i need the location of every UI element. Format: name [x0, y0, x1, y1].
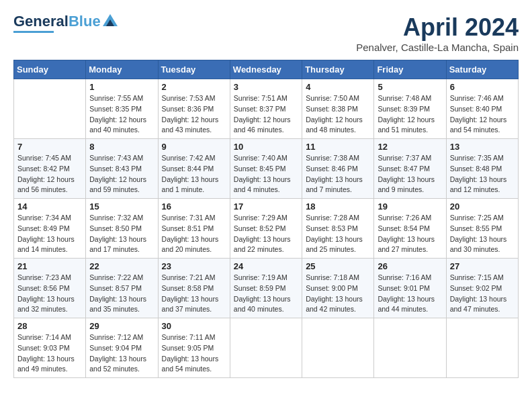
- day-info: Sunrise: 7:29 AMSunset: 8:52 PMDaylight:…: [234, 213, 298, 255]
- location-text: Penalver, Castille-La Mancha, Spain: [356, 42, 519, 53]
- logo-icon: [103, 14, 118, 26]
- calendar-cell: 9Sunrise: 7:42 AMSunset: 8:44 PMDaylight…: [158, 139, 230, 199]
- week-row-3: 14Sunrise: 7:34 AMSunset: 8:49 PMDayligh…: [14, 199, 519, 259]
- column-header-tuesday: Tuesday: [158, 60, 230, 79]
- day-number: 4: [306, 82, 370, 92]
- calendar-cell: 14Sunrise: 7:34 AMSunset: 8:49 PMDayligh…: [14, 199, 86, 259]
- day-number: 11: [306, 142, 370, 152]
- day-number: 3: [234, 82, 298, 92]
- day-number: 14: [17, 201, 82, 212]
- day-number: 1: [89, 82, 154, 92]
- day-info: Sunrise: 7:23 AMSunset: 8:56 PMDaylight:…: [17, 273, 82, 315]
- day-info: Sunrise: 7:28 AMSunset: 8:53 PMDaylight:…: [306, 213, 370, 255]
- day-number: 21: [17, 261, 82, 271]
- day-number: 6: [450, 82, 515, 92]
- day-number: 9: [162, 142, 226, 152]
- calendar-cell: 15Sunrise: 7:32 AMSunset: 8:50 PMDayligh…: [86, 199, 158, 259]
- calendar-cell: [14, 79, 86, 139]
- calendar-cell: 18Sunrise: 7:28 AMSunset: 8:53 PMDayligh…: [302, 199, 374, 259]
- day-info: Sunrise: 7:46 AMSunset: 8:40 PMDaylight:…: [450, 93, 515, 136]
- logo-general-text: General: [13, 13, 69, 30]
- day-info: Sunrise: 7:19 AMSunset: 8:59 PMDaylight:…: [234, 273, 298, 315]
- column-header-thursday: Thursday: [302, 60, 374, 79]
- day-info: Sunrise: 7:43 AMSunset: 8:43 PMDaylight:…: [89, 153, 154, 195]
- day-info: Sunrise: 7:31 AMSunset: 8:51 PMDaylight:…: [162, 213, 226, 255]
- column-header-monday: Monday: [86, 60, 158, 79]
- calendar-cell: 5Sunrise: 7:48 AMSunset: 8:39 PMDaylight…: [374, 79, 446, 139]
- day-number: 17: [234, 201, 298, 212]
- calendar-cell: 25Sunrise: 7:18 AMSunset: 9:00 PMDayligh…: [302, 259, 374, 318]
- day-info: Sunrise: 7:21 AMSunset: 8:58 PMDaylight:…: [162, 273, 226, 315]
- day-info: Sunrise: 7:45 AMSunset: 8:42 PMDaylight:…: [17, 153, 82, 195]
- day-info: Sunrise: 7:34 AMSunset: 8:49 PMDaylight:…: [17, 213, 82, 255]
- day-info: Sunrise: 7:18 AMSunset: 9:00 PMDaylight:…: [306, 273, 370, 315]
- day-info: Sunrise: 7:22 AMSunset: 8:57 PMDaylight:…: [89, 273, 154, 315]
- day-info: Sunrise: 7:53 AMSunset: 8:36 PMDaylight:…: [162, 93, 226, 136]
- calendar-cell: 12Sunrise: 7:37 AMSunset: 8:47 PMDayligh…: [374, 139, 446, 199]
- day-info: Sunrise: 7:32 AMSunset: 8:50 PMDaylight:…: [89, 213, 154, 255]
- day-info: Sunrise: 7:14 AMSunset: 9:03 PMDaylight:…: [17, 332, 82, 375]
- calendar-cell: [302, 318, 374, 378]
- day-number: 16: [162, 201, 226, 212]
- day-number: 22: [89, 261, 154, 271]
- day-number: 29: [89, 321, 154, 331]
- day-number: 24: [234, 261, 298, 271]
- day-info: Sunrise: 7:48 AMSunset: 8:39 PMDaylight:…: [378, 93, 442, 136]
- calendar-cell: 4Sunrise: 7:50 AMSunset: 8:38 PMDaylight…: [302, 79, 374, 139]
- calendar-cell: 23Sunrise: 7:21 AMSunset: 8:58 PMDayligh…: [158, 259, 230, 318]
- day-number: 26: [378, 261, 442, 271]
- day-info: Sunrise: 7:38 AMSunset: 8:46 PMDaylight:…: [306, 153, 370, 195]
- page-header: General Blue April 2024 Penalver, Castil…: [13, 13, 519, 53]
- calendar-cell: 26Sunrise: 7:16 AMSunset: 9:01 PMDayligh…: [374, 259, 446, 318]
- day-number: 13: [450, 142, 515, 152]
- logo-blue-text: Blue: [69, 13, 101, 30]
- day-info: Sunrise: 7:26 AMSunset: 8:54 PMDaylight:…: [378, 213, 442, 255]
- calendar-cell: 30Sunrise: 7:11 AMSunset: 9:05 PMDayligh…: [158, 318, 230, 378]
- column-header-saturday: Saturday: [446, 60, 518, 79]
- calendar-header-row: SundayMondayTuesdayWednesdayThursdayFrid…: [14, 60, 519, 79]
- calendar-cell: 27Sunrise: 7:15 AMSunset: 9:02 PMDayligh…: [446, 259, 518, 318]
- day-info: Sunrise: 7:55 AMSunset: 8:35 PMDaylight:…: [89, 93, 154, 136]
- day-info: Sunrise: 7:15 AMSunset: 9:02 PMDaylight:…: [450, 273, 515, 315]
- day-number: 7: [17, 142, 82, 152]
- day-number: 12: [378, 142, 442, 152]
- day-info: Sunrise: 7:11 AMSunset: 9:05 PMDaylight:…: [162, 332, 226, 375]
- calendar-cell: 10Sunrise: 7:40 AMSunset: 8:45 PMDayligh…: [230, 139, 302, 199]
- calendar-cell: 13Sunrise: 7:35 AMSunset: 8:48 PMDayligh…: [446, 139, 518, 199]
- calendar-cell: 22Sunrise: 7:22 AMSunset: 8:57 PMDayligh…: [86, 259, 158, 318]
- calendar-cell: 20Sunrise: 7:25 AMSunset: 8:55 PMDayligh…: [446, 199, 518, 259]
- calendar-table: SundayMondayTuesdayWednesdayThursdayFrid…: [13, 60, 519, 378]
- day-number: 28: [17, 321, 82, 331]
- day-info: Sunrise: 7:37 AMSunset: 8:47 PMDaylight:…: [378, 153, 442, 195]
- day-number: 2: [162, 82, 226, 92]
- calendar-cell: [374, 318, 446, 378]
- column-header-friday: Friday: [374, 60, 446, 79]
- logo: General Blue: [13, 13, 118, 33]
- calendar-cell: 8Sunrise: 7:43 AMSunset: 8:43 PMDaylight…: [86, 139, 158, 199]
- calendar-cell: 28Sunrise: 7:14 AMSunset: 9:03 PMDayligh…: [14, 318, 86, 378]
- calendar-cell: 6Sunrise: 7:46 AMSunset: 8:40 PMDaylight…: [446, 79, 518, 139]
- day-number: 15: [89, 201, 154, 212]
- day-number: 30: [162, 321, 226, 331]
- day-number: 10: [234, 142, 298, 152]
- day-number: 8: [89, 142, 154, 152]
- calendar-cell: 29Sunrise: 7:12 AMSunset: 9:04 PMDayligh…: [86, 318, 158, 378]
- week-row-5: 28Sunrise: 7:14 AMSunset: 9:03 PMDayligh…: [14, 318, 519, 378]
- day-number: 25: [306, 261, 370, 271]
- day-info: Sunrise: 7:12 AMSunset: 9:04 PMDaylight:…: [89, 332, 154, 375]
- day-info: Sunrise: 7:16 AMSunset: 9:01 PMDaylight:…: [378, 273, 442, 315]
- day-number: 5: [378, 82, 442, 92]
- day-info: Sunrise: 7:42 AMSunset: 8:44 PMDaylight:…: [162, 153, 226, 195]
- calendar-cell: 11Sunrise: 7:38 AMSunset: 8:46 PMDayligh…: [302, 139, 374, 199]
- day-info: Sunrise: 7:51 AMSunset: 8:37 PMDaylight:…: [234, 93, 298, 136]
- day-number: 20: [450, 201, 515, 212]
- calendar-cell: 19Sunrise: 7:26 AMSunset: 8:54 PMDayligh…: [374, 199, 446, 259]
- calendar-cell: [446, 318, 518, 378]
- calendar-cell: 1Sunrise: 7:55 AMSunset: 8:35 PMDaylight…: [86, 79, 158, 139]
- day-info: Sunrise: 7:40 AMSunset: 8:45 PMDaylight:…: [234, 153, 298, 195]
- title-area: April 2024 Penalver, Castille-La Mancha,…: [356, 13, 519, 53]
- calendar-cell: 21Sunrise: 7:23 AMSunset: 8:56 PMDayligh…: [14, 259, 86, 318]
- logo-underline: [13, 31, 54, 33]
- calendar-cell: 16Sunrise: 7:31 AMSunset: 8:51 PMDayligh…: [158, 199, 230, 259]
- month-year-title: April 2024: [356, 13, 519, 42]
